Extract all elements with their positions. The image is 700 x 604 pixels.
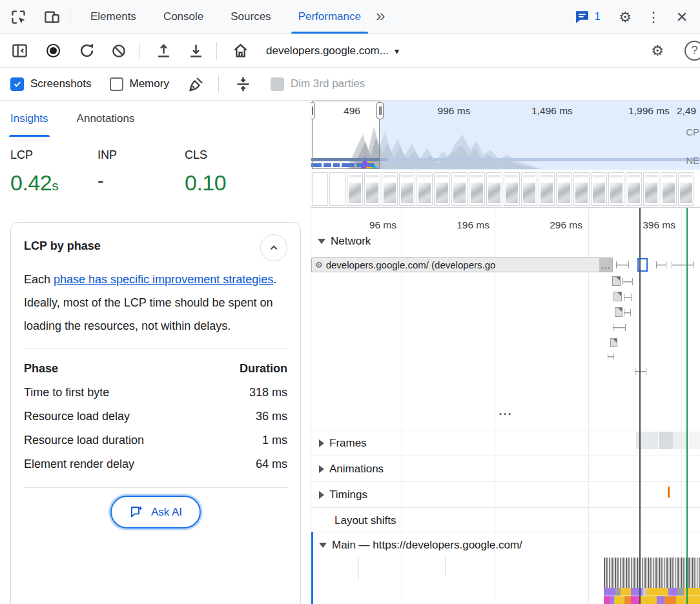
save-profile-button[interactable] [152, 39, 175, 63]
flame-chart-activity[interactable] [604, 558, 700, 588]
screenshot-thumbnail[interactable] [382, 172, 398, 206]
metric-lcp-label: LCP [10, 148, 98, 162]
request-truncation: … [599, 258, 612, 272]
toggle-sidebar-button[interactable] [8, 39, 31, 63]
close-devtools-icon[interactable]: ✕ [670, 5, 694, 28]
dim-3rd-parties-checkbox [271, 77, 284, 91]
sidebar-tabs: Insights Annotations [0, 101, 311, 137]
screenshot-thumbnail[interactable] [661, 172, 677, 206]
track-layout-shifts-label: Layout shifts [335, 514, 396, 527]
reload-icon [78, 42, 96, 59]
more-tabs-icon[interactable]: » [375, 6, 391, 28]
record-and-reload-button[interactable] [75, 39, 98, 63]
timing-marker[interactable] [668, 487, 670, 498]
screenshot-thumbnail[interactable] [329, 172, 345, 206]
collect-garbage-button[interactable] [185, 72, 208, 96]
screenshot-thumbnail[interactable] [556, 172, 572, 206]
help-icon[interactable]: ? [685, 41, 700, 61]
selection-handle-right[interactable] [376, 102, 384, 119]
screenshot-thumbnail[interactable] [434, 172, 450, 206]
collapse-card-button[interactable] [260, 234, 287, 261]
screenshot-thumbnail[interactable] [399, 172, 415, 206]
tab-performance[interactable]: Performance [285, 0, 375, 34]
request-whisker [608, 354, 614, 359]
network-request-bar[interactable] [615, 307, 623, 317]
selection-handle-left[interactable] [311, 102, 315, 119]
screenshot-thumbnail[interactable] [591, 172, 607, 206]
track-main-thread[interactable]: Main — https://developers.google.com/ [319, 539, 522, 552]
request-whisker [624, 294, 632, 301]
page-select-value: developers.google.com... [266, 45, 389, 57]
kebab-menu-icon[interactable]: ⋮ [642, 5, 665, 28]
download-icon [187, 42, 205, 59]
improvement-strategies-link[interactable]: phase has specific improvement strategie… [54, 273, 273, 286]
timeline-overview[interactable]: 496 996 ms 1,496 ms 1,996 ms 2,49 CP NE [311, 101, 700, 208]
shortcuts-dialog-button[interactable] [232, 72, 255, 96]
divider [218, 75, 219, 93]
track-animations-label: Animations [329, 463, 384, 476]
network-request-bar[interactable]: ⚙ developers.google.com/ (developers.go … [311, 257, 613, 272]
screenshot-thumbnail[interactable] [539, 172, 555, 206]
screenshots-checkbox[interactable] [10, 77, 24, 91]
metric-cls[interactable]: CLS 0.10 [185, 148, 272, 222]
screenshot-thumbnail[interactable] [573, 172, 590, 206]
network-request-bar[interactable] [610, 338, 617, 347]
flame-chart-row[interactable] [604, 596, 700, 604]
settings-gear-icon[interactable]: ⚙ [613, 5, 637, 28]
record-button[interactable] [41, 39, 65, 63]
device-toolbar-button[interactable] [40, 5, 63, 28]
screenshot-thumbnail[interactable] [608, 172, 624, 206]
page-select-dropdown[interactable]: developers.google.com... ▾ [266, 45, 399, 57]
ruler-tick: 96 ms [345, 219, 396, 231]
inspect-element-button[interactable] [6, 5, 30, 28]
track-network[interactable]: Network [318, 235, 371, 248]
screenshot-thumbnail[interactable] [486, 172, 502, 206]
screenshot-thumbnail[interactable] [626, 172, 642, 206]
track-frames[interactable]: Frames [319, 437, 367, 450]
track-timings[interactable]: Timings [319, 488, 367, 501]
metric-inp-value: - [98, 170, 185, 191]
track-layout-shifts[interactable]: Layout shifts [335, 514, 396, 527]
track-network-label: Network [331, 235, 371, 248]
network-request-bar[interactable] [612, 276, 621, 286]
phase-name: Time to first byte [24, 386, 109, 399]
screenshot-thumbnail[interactable] [347, 172, 363, 206]
row-divider [311, 456, 700, 456]
home-icon [232, 42, 249, 59]
screenshot-thumbnail[interactable] [417, 172, 433, 206]
screenshot-thumbnail[interactable] [469, 172, 485, 206]
load-profile-button[interactable] [184, 39, 207, 63]
screenshot-thumbnail[interactable] [451, 172, 468, 206]
tab-console[interactable]: Console [150, 0, 217, 34]
frame-thumbnails [636, 432, 700, 449]
phase-duration: 1 ms [262, 434, 287, 447]
metric-inp[interactable]: INP - [98, 148, 185, 222]
screenshot-thumbnail[interactable] [312, 172, 328, 206]
card-title: LCP by phase [24, 234, 101, 253]
network-resize-handle[interactable]: ... [311, 407, 700, 416]
network-request-bar[interactable] [613, 292, 622, 301]
ask-ai-button[interactable]: Ask AI [110, 496, 201, 528]
screenshot-thumbnail[interactable] [678, 172, 694, 206]
lcp-by-phase-card: LCP by phase Each phase has specific imp… [10, 222, 301, 604]
screenshot-thumbnail[interactable] [643, 172, 659, 206]
divider [139, 42, 140, 60]
home-button[interactable] [229, 39, 252, 63]
dim-3rd-parties-label: Dim 3rd parties [291, 77, 365, 90]
memory-checkbox[interactable] [110, 77, 123, 91]
tab-elements[interactable]: Elements [77, 0, 150, 34]
capture-settings-gear-icon[interactable]: ⚙ [646, 39, 669, 63]
flame-chart-row[interactable] [604, 588, 700, 596]
track-animations[interactable]: Animations [319, 463, 384, 476]
tab-sources[interactable]: Sources [217, 0, 284, 34]
metric-lcp[interactable]: LCP 0.42s [10, 148, 98, 222]
screenshots-label: Screenshots [30, 77, 92, 90]
console-message-indicator[interactable]: 1 [574, 9, 601, 25]
tab-insights[interactable]: Insights [10, 101, 48, 137]
screenshot-thumbnail[interactable] [364, 172, 380, 206]
chevron-down-icon: ▾ [395, 46, 399, 56]
screenshot-thumbnail[interactable] [504, 172, 520, 206]
clear-recordings-button[interactable] [107, 39, 130, 63]
tab-annotations[interactable]: Annotations [77, 101, 135, 137]
screenshot-thumbnail[interactable] [521, 172, 537, 206]
